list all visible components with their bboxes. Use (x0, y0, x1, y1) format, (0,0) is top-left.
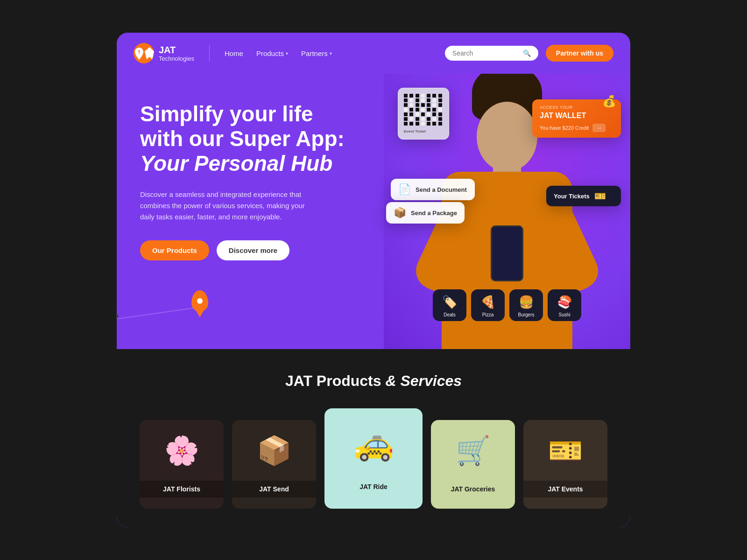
discover-more-button[interactable]: Discover more (217, 240, 289, 260)
phone-in-hands (491, 225, 523, 281)
wallet-access-label: ACCESS YOUR (540, 105, 613, 110)
service-send-card[interactable]: 📦 JAT Send (232, 420, 316, 509)
send-document-card[interactable]: 📄 Send a Document (391, 179, 475, 200)
hero-right: Event Ticket 💰 ACCESS YOUR JAT WALLET Yo… (384, 74, 630, 349)
brand-sub: Technologies (159, 55, 194, 62)
search-input[interactable] (452, 49, 519, 57)
pizza-emoji-icon: 🍕 (480, 295, 495, 309)
sushi-emoji-icon: 🍣 (557, 295, 572, 309)
burgers-label: Burgers (518, 312, 534, 317)
nav-partners[interactable]: Partners ▾ (301, 49, 332, 57)
hero-title: Simplify your life with our Super App: Y… (140, 102, 365, 176)
main-card: JAT Technologies Home Products ▾ Partner… (117, 33, 630, 527)
pizza-label: Pizza (482, 312, 493, 317)
header-right: 🔍 Partner with us (445, 45, 613, 62)
food-burgers[interactable]: 🍔 Burgers (509, 289, 543, 321)
groceries-label: JAT Groceries (431, 481, 515, 497)
hero-title-line2: with our Super App: (140, 126, 345, 151)
nav-divider (209, 45, 210, 62)
hero-title-italic: Your Personal Hub (140, 151, 332, 175)
products-title-bold: JAT Products (285, 372, 381, 389)
our-products-button[interactable]: Our Products (140, 240, 209, 260)
qr-card-label: Event Ticket (404, 129, 443, 133)
header: JAT Technologies Home Products ▾ Partner… (117, 33, 630, 74)
hero-description: Discover a seamless and integrated exper… (140, 189, 317, 223)
ride-label: JAT Ride (324, 478, 423, 495)
send-label: JAT Send (232, 481, 316, 497)
qr-code-grid (404, 94, 443, 126)
main-nav: Home Products ▾ Partners ▾ (225, 49, 434, 57)
hero-title-line1: Simplify your life (140, 102, 313, 126)
events-label: JAT Events (523, 481, 607, 497)
service-groceries-card[interactable]: 🛒 JAT Groceries (431, 420, 515, 509)
search-box[interactable]: 🔍 (445, 46, 538, 61)
phone-screen (492, 227, 522, 280)
partners-chevron-icon: ▾ (330, 51, 332, 56)
florists-emoji: 🌸 (140, 420, 224, 481)
hero-section: Simplify your life with our Super App: Y… (117, 74, 630, 349)
products-title-italic: & Services (385, 372, 462, 389)
car-line-decoration (117, 307, 200, 321)
ticket-emoji-icon: 🎫 (594, 190, 606, 202)
send-package-card[interactable]: 📦 Send a Package (386, 202, 465, 224)
groceries-emoji: 🛒 (431, 420, 515, 481)
events-emoji: 🎫 (523, 420, 607, 481)
service-ride-card[interactable]: 🚕 JAT Ride (324, 408, 423, 509)
package-emoji-icon: 📦 (394, 207, 406, 219)
wallet-card[interactable]: 💰 ACCESS YOUR JAT WALLET You have $220 C… (532, 99, 621, 138)
services-row: 🌸 JAT Florists 📦 JAT Send 🚕 JAT Ride 🛒 J… (135, 408, 612, 509)
bottom-section: JAT Products & Services 🌸 JAT Florists 📦… (117, 349, 630, 527)
service-florists-card[interactable]: 🌸 JAT Florists (140, 420, 224, 509)
document-emoji-icon: 📄 (398, 183, 411, 196)
logo-area[interactable]: JAT Technologies (134, 43, 194, 63)
nav-products[interactable]: Products ▾ (256, 49, 288, 57)
food-pizza[interactable]: 🍕 Pizza (471, 289, 505, 321)
qr-ticket-card: Event Ticket (398, 88, 449, 140)
wallet-arrow[interactable]: → (592, 124, 606, 132)
search-icon-button[interactable]: 🔍 (523, 49, 531, 57)
service-events-card[interactable]: 🎫 JAT Events (523, 420, 607, 509)
your-tickets-card[interactable]: Your Tickets 🎫 (546, 186, 621, 206)
hero-buttons: Our Products Discover more (140, 240, 365, 260)
send-document-label: Send a Document (416, 186, 467, 193)
page-wrapper: JAT Technologies Home Products ▾ Partner… (0, 0, 747, 560)
florists-label: JAT Florists (140, 481, 224, 497)
deals-emoji-icon: 🏷️ (442, 295, 457, 309)
location-pin (191, 290, 208, 312)
logo-icon (134, 43, 154, 63)
ride-emoji: 🚕 (324, 408, 423, 478)
partner-button[interactable]: Partner with us (546, 45, 613, 62)
nav-home[interactable]: Home (225, 49, 243, 57)
food-sushi[interactable]: 🍣 Sushi (548, 289, 581, 321)
products-chevron-icon: ▾ (286, 51, 288, 56)
logo-text: JAT Technologies (159, 45, 194, 62)
food-deals[interactable]: 🏷️ Deals (433, 289, 466, 321)
send-package-label: Send a Package (411, 210, 457, 217)
hero-left: Simplify your life with our Super App: Y… (117, 74, 384, 349)
deals-label: Deals (444, 312, 456, 317)
food-categories-row: 🏷️ Deals 🍕 Pizza 🍔 Burgers 🍣 Sushi (433, 289, 581, 321)
burgers-emoji-icon: 🍔 (519, 295, 534, 309)
send-emoji: 📦 (232, 420, 316, 481)
wallet-credit: You have $220 Credit → (540, 124, 613, 132)
wallet-title: JAT WALLET (540, 112, 613, 120)
brand-name: JAT (159, 45, 194, 55)
pin-dot (197, 298, 203, 304)
logo-svg-icon (134, 47, 145, 60)
tickets-label: Your Tickets (554, 193, 590, 200)
products-section-title: JAT Products & Services (135, 372, 612, 390)
sushi-label: Sushi (558, 312, 570, 317)
pin-shape (191, 290, 208, 312)
car-icon: 🚙 (117, 306, 119, 321)
